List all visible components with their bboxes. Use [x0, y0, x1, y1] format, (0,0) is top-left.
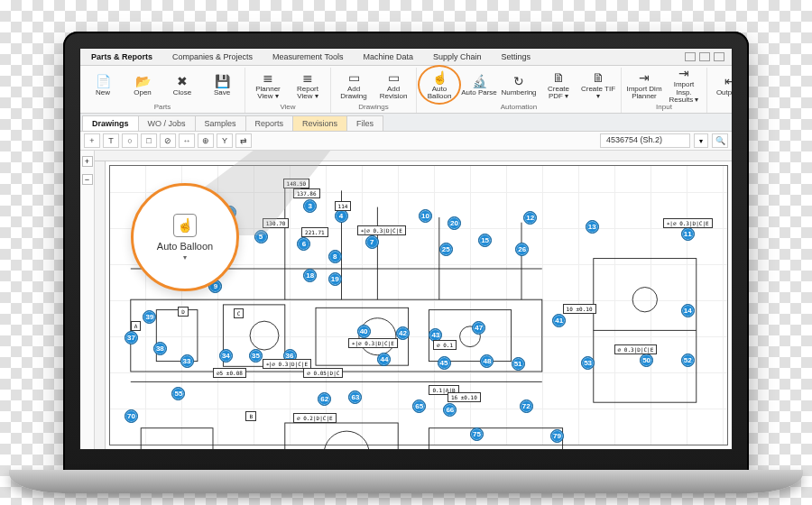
balloon-72[interactable]: 72: [520, 399, 533, 413]
chevron-down-icon: ▾: [183, 253, 187, 262]
canvas-tool-buttons: +T○□⊘↔⊕Y⇄: [84, 133, 252, 148]
canvas-tool-button[interactable]: □: [141, 133, 157, 148]
import-dim-planner-button[interactable]: ⇥Import Dim Planner: [625, 68, 663, 102]
balloon-19[interactable]: 19: [328, 272, 342, 286]
auto-balloon-button[interactable]: ☝Auto Balloon: [420, 68, 458, 102]
balloon-3[interactable]: 3: [303, 199, 317, 213]
balloon-38[interactable]: 38: [153, 342, 167, 355]
save-button[interactable]: 💾Save: [203, 68, 241, 102]
ribbon-group-automation: ☝Auto Balloon🔬Auto Parse↻Numbering🗎Creat…: [417, 68, 622, 113]
gdt-annotation: 221.71: [301, 227, 328, 237]
tab-reports[interactable]: Reports: [245, 115, 294, 131]
auto-balloon-callout[interactable]: ☝ Auto Balloon ▾: [131, 183, 239, 291]
balloon-52[interactable]: 52: [681, 354, 695, 367]
balloon-14[interactable]: 14: [681, 304, 695, 317]
canvas-tool-button[interactable]: ⊕: [198, 133, 214, 148]
window-close-icon[interactable]: [714, 52, 724, 61]
open-button[interactable]: 📂Open: [124, 68, 161, 102]
tab-samples[interactable]: Samples: [195, 115, 246, 131]
window-maximize-icon[interactable]: [699, 52, 710, 61]
canvas-tool-button[interactable]: Y: [217, 133, 233, 148]
create-tif--button[interactable]: 🗎Create TIF ▾: [579, 68, 617, 102]
balloon-5[interactable]: 5: [254, 230, 268, 243]
canvas-tool-button[interactable]: +: [84, 133, 100, 148]
report-view--button[interactable]: ≣Report View ▾: [289, 68, 327, 102]
balloon-45[interactable]: 45: [438, 356, 451, 370]
ribbon-button-label: Add Revision: [375, 86, 411, 101]
create-tif--icon: 🗎: [592, 71, 604, 84]
workspace: + −: [80, 151, 732, 449]
new-button[interactable]: 📄New: [84, 68, 122, 102]
ribbon-toolbar: 📄New📂Open✖Close💾SaveParts≣Planner View ▾…: [80, 66, 732, 114]
balloon-8[interactable]: 8: [328, 250, 342, 263]
balloon-7[interactable]: 7: [365, 235, 379, 249]
balloon-4[interactable]: 4: [335, 209, 348, 223]
add-revision-button[interactable]: ▭Add Revision: [374, 68, 412, 102]
planner-view--button[interactable]: ≣Planner View ▾: [249, 68, 287, 102]
zoom-in-button[interactable]: +: [82, 156, 93, 167]
gdt-annotation: ⌀ 0.1: [433, 340, 457, 350]
balloon-50[interactable]: 50: [640, 354, 653, 367]
balloon-51[interactable]: 51: [512, 357, 525, 371]
balloon-48[interactable]: 48: [480, 354, 494, 368]
drawing-canvas[interactable]: 1234567891012131518192025263334353637383…: [95, 151, 732, 449]
canvas-tool-button[interactable]: T: [103, 133, 119, 148]
gdt-annotation: 148.50: [283, 179, 310, 188]
new-icon: 📄: [96, 75, 111, 87]
auto-balloon-icon: ☝: [173, 214, 197, 237]
balloon-34[interactable]: 34: [219, 349, 233, 363]
add-revision-icon: ▭: [388, 71, 400, 84]
menu-measurement-tools[interactable]: Measurement Tools: [269, 50, 346, 63]
canvas-tool-button[interactable]: ↔: [179, 133, 195, 148]
balloon-53[interactable]: 53: [581, 356, 595, 370]
menu-parts-reports[interactable]: Parts & Reports: [88, 50, 156, 63]
balloon-13[interactable]: 13: [586, 220, 599, 234]
tab-revisions[interactable]: Revisions: [292, 115, 347, 131]
ribbon-button-label: Planner View ▾: [250, 86, 286, 101]
canvas-tool-button[interactable]: ○: [122, 133, 138, 148]
document-id-dropdown-icon[interactable]: ▾: [694, 133, 708, 148]
balloon-75[interactable]: 75: [470, 427, 484, 441]
menu-companies-projects[interactable]: Companies & Projects: [169, 50, 256, 63]
balloon-20[interactable]: 20: [448, 216, 461, 230]
canvas-tool-button[interactable]: ⊘: [160, 133, 176, 148]
canvas-tool-button[interactable]: ⇄: [235, 133, 252, 148]
ribbon-group-input: ⇥Import Dim Planner⇥Import Insp. Results…: [622, 68, 707, 113]
document-id-field[interactable]: 4536754 (Sh.2): [600, 133, 690, 148]
tab-files[interactable]: Files: [346, 115, 383, 131]
zoom-out-button[interactable]: −: [82, 174, 93, 185]
menu-supply-chain[interactable]: Supply Chain: [429, 50, 485, 63]
gdt-annotation: ⌀5 ±0.08: [213, 368, 246, 378]
balloon-66[interactable]: 66: [443, 403, 457, 417]
document-tabs: DrawingsWO / JobsSamplesReportsRevisions…: [80, 114, 732, 132]
search-icon[interactable]: 🔍: [712, 133, 728, 148]
add-drawing-button[interactable]: ▭Add Drawing: [335, 68, 373, 102]
tab-drawings[interactable]: Drawings: [82, 115, 139, 131]
create-pdf--button[interactable]: 🗎Create PDF ▾: [540, 68, 577, 102]
balloon-65[interactable]: 65: [412, 399, 426, 413]
output--button[interactable]: ⇤Output ▾: [711, 68, 733, 102]
svg-point-17: [324, 431, 369, 449]
menu-settings[interactable]: Settings: [498, 50, 535, 63]
ribbon-button-label: Report View ▾: [290, 86, 326, 101]
tab-wo-jobs[interactable]: WO / Jobs: [138, 115, 196, 131]
menu-machine-data[interactable]: Machine Data: [359, 50, 417, 63]
balloon-79[interactable]: 79: [550, 429, 564, 443]
import-insp-results--button[interactable]: ⇥Import Insp. Results ▾: [665, 68, 703, 102]
balloon-25[interactable]: 25: [439, 243, 453, 256]
balloon-11[interactable]: 11: [681, 227, 695, 241]
auto-balloon-icon: ☝: [432, 71, 448, 84]
balloon-44[interactable]: 44: [377, 353, 391, 366]
balloon-35[interactable]: 35: [249, 349, 263, 363]
auto-parse-button[interactable]: 🔬Auto Parse: [460, 68, 498, 102]
balloon-33[interactable]: 33: [180, 354, 194, 368]
open-icon: 📂: [135, 75, 151, 87]
numbering-button[interactable]: ↻Numbering: [500, 68, 538, 102]
balloon-42[interactable]: 42: [396, 326, 410, 340]
window-minimize-icon[interactable]: [685, 52, 696, 61]
auto-parse-icon: 🔬: [472, 75, 487, 87]
gdt-annotation: 10 ±0.10: [563, 304, 596, 314]
close-button[interactable]: ✖Close: [163, 68, 201, 102]
ruler-horizontal: [95, 151, 732, 161]
balloon-40[interactable]: 40: [357, 325, 371, 338]
